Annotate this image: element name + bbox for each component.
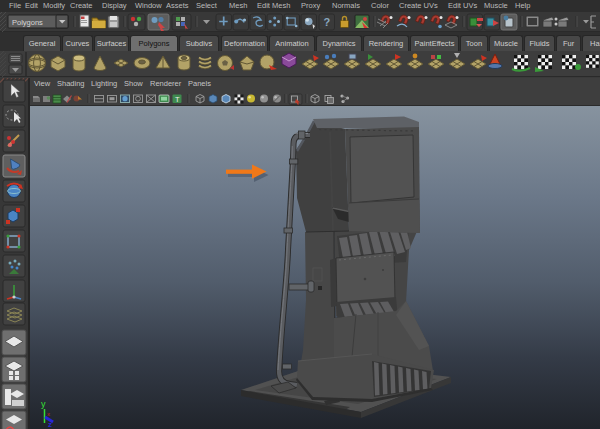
- svg-text:y: y: [41, 399, 46, 409]
- svg-text:T: T: [175, 95, 180, 104]
- svg-text:x: x: [47, 411, 50, 417]
- svg-text:Polygons: Polygons: [12, 18, 43, 27]
- svg-text:z: z: [48, 420, 52, 429]
- svg-text:?: ?: [324, 16, 331, 28]
